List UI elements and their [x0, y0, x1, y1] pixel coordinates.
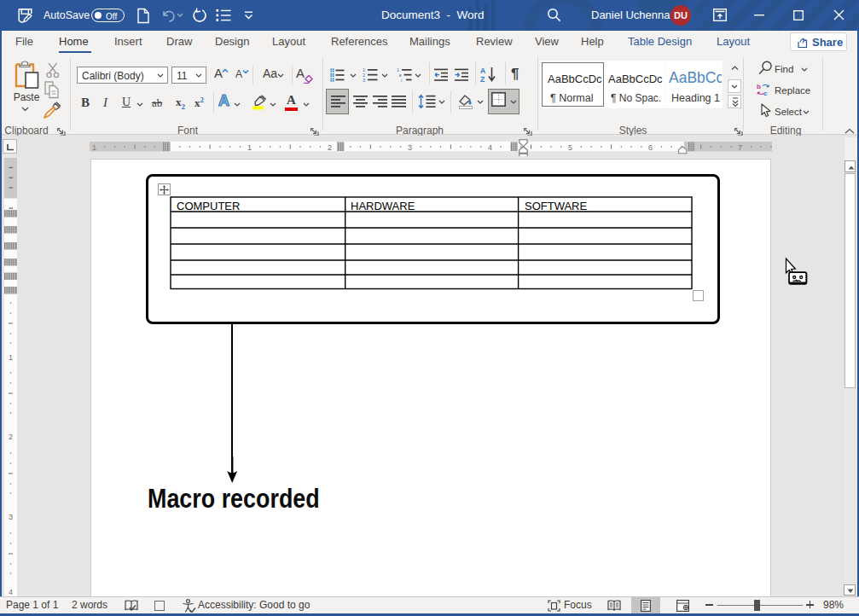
svg-text:7: 7	[738, 143, 742, 152]
svg-text:c: c	[763, 90, 768, 96]
svg-text:4: 4	[9, 588, 13, 596]
svg-text:Z: Z	[480, 75, 485, 83]
svg-text:1: 1	[9, 353, 13, 362]
svg-text:4: 4	[488, 143, 492, 152]
svg-text:1: 1	[247, 143, 252, 152]
svg-text:3: 3	[408, 143, 412, 152]
svg-text:i: i	[401, 78, 402, 82]
svg-text:2: 2	[328, 143, 332, 152]
svg-text:3: 3	[9, 513, 13, 521]
svg-text:3: 3	[363, 78, 365, 82]
svg-text:A: A	[480, 67, 485, 75]
svg-text:5: 5	[568, 143, 572, 152]
svg-text:6: 6	[648, 143, 653, 152]
svg-text:1: 1	[92, 143, 96, 152]
svg-text:b: b	[757, 83, 761, 90]
svg-text:2: 2	[9, 433, 13, 441]
